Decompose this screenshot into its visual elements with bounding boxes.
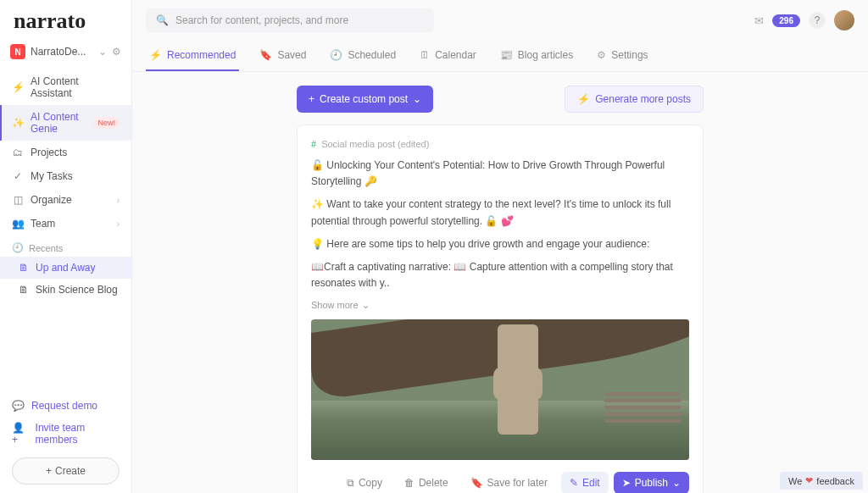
team-icon: 👥: [12, 218, 24, 230]
heart-icon: ❤: [805, 475, 813, 486]
nav-label: My Tasks: [31, 170, 73, 182]
tab-saved[interactable]: 🔖Saved: [256, 41, 309, 71]
feedback-widget[interactable]: We ❤ feedback: [780, 472, 863, 490]
content-toolbar: + Create custom post ⌄ ⚡ Generate more p…: [297, 86, 704, 113]
bookmark-icon: 🔖: [470, 477, 483, 489]
nav-my-tasks[interactable]: ✓ My Tasks: [0, 164, 131, 188]
search-icon: 🔍: [156, 14, 169, 26]
copy-icon: ⧉: [347, 477, 354, 489]
doc-icon: 🗎: [19, 262, 29, 274]
main: 🔍 Search for content, projects, and more…: [132, 0, 868, 493]
create-custom-post-button[interactable]: + Create custom post ⌄: [297, 86, 433, 113]
doc-icon: 🗎: [19, 284, 29, 296]
content-tabs: ⚡Recommended 🔖Saved 🕘Scheduled 🗓Calendar…: [132, 41, 868, 72]
nav-label: Projects: [31, 147, 67, 158]
user-avatar[interactable]: [834, 10, 854, 30]
recent-label: Skin Science Blog: [36, 284, 118, 296]
clock-icon: 🕘: [330, 49, 342, 61]
topbar-right: ✉ 296 ?: [754, 10, 854, 30]
post-line-2: ✨ Want to take your content strategy to …: [311, 197, 689, 229]
chat-icon: 💬: [12, 400, 25, 412]
logo: narrato: [0, 0, 131, 39]
bookmark-icon: 🔖: [259, 49, 272, 61]
pencil-icon: ✎: [570, 477, 578, 489]
request-demo-link[interactable]: 💬 Request demo: [12, 395, 120, 417]
recent-label: Up and Away: [36, 262, 96, 274]
grid-icon: ◫: [12, 194, 24, 206]
post-line-3: 💡 Here are some tips to help you drive g…: [311, 236, 689, 252]
nav-projects[interactable]: 🗂 Projects: [0, 141, 131, 164]
nav-organize[interactable]: ◫ Organize ›: [0, 188, 131, 212]
primary-nav: ⚡ AI Content Assistant ✨ AI Content Geni…: [0, 69, 131, 235]
workspace-name: NarratoDe...: [31, 46, 86, 58]
plus-icon: +: [46, 465, 52, 477]
nav-label: AI Content Genie: [31, 111, 86, 135]
post-actions: ⧉Copy 🗑Delete 🔖Save for later ✎Edit ➤Pub…: [311, 472, 689, 493]
gear-icon: ⚙: [597, 49, 606, 61]
generate-more-button[interactable]: ⚡ Generate more posts: [565, 86, 704, 113]
copy-button[interactable]: ⧉Copy: [338, 472, 391, 493]
edit-button[interactable]: ✎Edit: [561, 472, 609, 493]
invite-link[interactable]: 👤+ Invite team members: [12, 417, 120, 451]
nav-label: AI Content Assistant: [31, 75, 120, 99]
delete-button[interactable]: 🗑Delete: [396, 472, 457, 493]
sidebar: narrato N NarratoDe... ⌄ ⚙ ⚡ AI Content …: [0, 0, 132, 493]
nav-label: Organize: [31, 194, 72, 206]
chevron-down-icon: ⌄: [413, 93, 421, 105]
tab-calendar[interactable]: 🗓Calendar: [416, 41, 480, 71]
chevron-right-icon: ›: [117, 196, 120, 205]
send-icon: ➤: [622, 477, 631, 489]
post-image: [311, 319, 689, 460]
plus-icon: +: [309, 93, 314, 105]
content-area: + Create custom post ⌄ ⚡ Generate more p…: [132, 72, 868, 493]
chevron-down-icon: ⌄: [672, 477, 681, 489]
article-icon: 📰: [500, 49, 513, 61]
bolt-icon: ⚡: [12, 81, 24, 93]
chevron-down-icon: ⌄: [98, 46, 107, 58]
topbar: 🔍 Search for content, projects, and more…: [132, 0, 868, 41]
show-more-link[interactable]: Show more ⌄: [311, 300, 370, 311]
post-line-4: 📖Craft a captivating narrative: 📖 Captur…: [311, 259, 689, 291]
recent-item-skin-science[interactable]: 🗎 Skin Science Blog: [0, 279, 131, 301]
sidebar-bottom: 💬 Request demo 👤+ Invite team members + …: [0, 386, 131, 493]
tab-blog[interactable]: 📰Blog articles: [497, 41, 576, 71]
hash-icon: #: [311, 139, 316, 149]
nav-team[interactable]: 👥 Team ›: [0, 212, 131, 235]
calendar-icon: 🗓: [420, 49, 430, 61]
post-card: # Social media post (edited) 🔓 Unlocking…: [297, 125, 704, 493]
user-plus-icon: 👤+: [12, 422, 29, 446]
help-icon[interactable]: ?: [809, 12, 826, 29]
sparkle-icon: ✨: [12, 117, 24, 129]
search-placeholder: Search for content, projects, and more: [175, 14, 348, 26]
tab-scheduled[interactable]: 🕘Scheduled: [326, 41, 399, 71]
notification-count[interactable]: 296: [772, 14, 800, 27]
create-button[interactable]: + Create: [12, 457, 120, 485]
tab-settings[interactable]: ⚙Settings: [593, 41, 651, 71]
recents-heading: 🕘 Recents: [0, 235, 131, 257]
folder-icon: 🗂: [12, 147, 24, 158]
nav-ai-assistant[interactable]: ⚡ AI Content Assistant: [0, 69, 131, 105]
tab-recommended[interactable]: ⚡Recommended: [146, 41, 239, 71]
bolt-icon: ⚡: [149, 49, 162, 61]
workspace-selector[interactable]: N NarratoDe... ⌄ ⚙: [0, 39, 131, 64]
nav-label: Team: [31, 218, 55, 230]
new-badge: New!: [93, 117, 120, 129]
recent-item-up-and-away[interactable]: 🗎 Up and Away: [0, 257, 131, 279]
workspace-avatar: N: [10, 44, 25, 59]
check-icon: ✓: [12, 170, 24, 182]
post-line-1: 🔓 Unlocking Your Content's Potential: Ho…: [311, 158, 689, 190]
chevron-down-icon: ⌄: [362, 300, 370, 311]
search-input[interactable]: 🔍 Search for content, projects, and more: [146, 8, 434, 32]
trash-icon: 🗑: [404, 477, 415, 489]
mail-icon[interactable]: ✉: [754, 14, 764, 27]
bolt-icon: ⚡: [577, 93, 590, 105]
gear-icon[interactable]: ⚙: [112, 46, 121, 58]
save-button[interactable]: 🔖Save for later: [462, 472, 556, 493]
nav-ai-genie[interactable]: ✨ AI Content Genie New!: [0, 105, 131, 141]
publish-button[interactable]: ➤Publish⌄: [614, 472, 689, 493]
clock-icon: 🕘: [12, 242, 24, 253]
post-type: # Social media post (edited): [311, 139, 689, 149]
chevron-right-icon: ›: [117, 219, 120, 229]
